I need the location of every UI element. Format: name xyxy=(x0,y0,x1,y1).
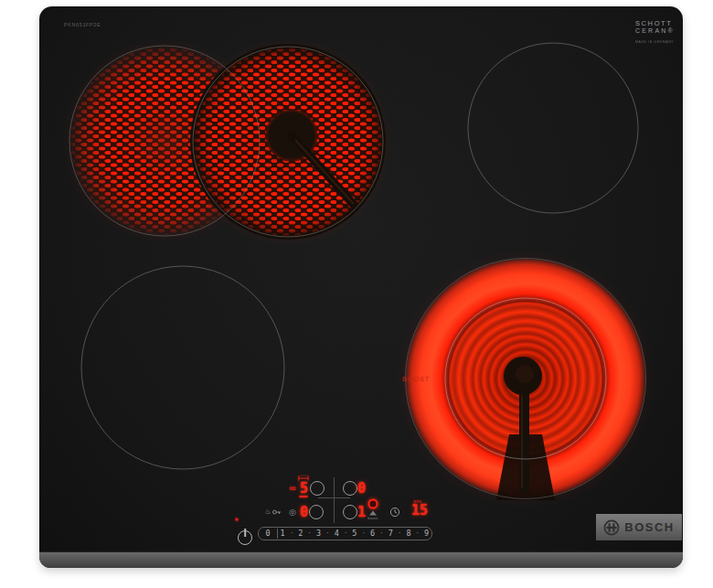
zone-divider-vertical xyxy=(334,477,335,523)
burner-front-left xyxy=(81,266,284,469)
bosch-wordmark: BOSCH xyxy=(624,520,674,534)
model-number: PKN651FP2E xyxy=(64,22,101,27)
slider-level[interactable]: 2 xyxy=(298,529,303,539)
slider-level[interactable]: 7 xyxy=(388,529,393,539)
clean-lock-flame-icon[interactable]: ♨ xyxy=(264,508,271,516)
back-left-level-display: 5 xyxy=(300,482,307,496)
boost-key-triangle-icon[interactable] xyxy=(369,511,377,516)
back-left-zone-select-key[interactable] xyxy=(310,481,325,496)
ring-select-key[interactable]: ◎ xyxy=(289,508,296,517)
slider-separator: · xyxy=(290,529,293,539)
slider-level[interactable]: 8 xyxy=(406,529,410,539)
slider-separator: · xyxy=(325,529,329,539)
zone-divider-horizontal xyxy=(318,497,350,498)
cooktop-surface: BOOST PKN651FP2E SCHOTT CERAN® MADE IN G… xyxy=(39,6,683,568)
front-left-zone-select-key[interactable] xyxy=(309,505,324,519)
slider-separator: · xyxy=(308,529,312,539)
glass-logo-subtext: MADE IN GERMANY xyxy=(635,40,675,44)
bosch-badge: BOSCH xyxy=(596,514,682,540)
back-right-level-display: 0 xyxy=(357,482,365,496)
front-right-level-display: 1 xyxy=(357,506,365,519)
power-level-slider[interactable]: 0 1 · 2 · 3 · 4 · 5 · 6 · 7 · 8 · 9 xyxy=(258,527,432,540)
front-left-level-display: 0 xyxy=(300,506,307,519)
power-button[interactable] xyxy=(238,530,252,545)
burner-back-right xyxy=(468,43,638,213)
boost-key-label: boost xyxy=(367,517,378,520)
slider-level[interactable]: 9 xyxy=(424,529,429,539)
slider-level[interactable]: 4 xyxy=(335,529,339,539)
slider-separator: · xyxy=(362,529,366,539)
slider-level[interactable]: 3 xyxy=(316,529,321,539)
front-bevel-edge xyxy=(39,551,683,568)
slider-level[interactable]: 6 xyxy=(370,529,375,539)
slider-level-0[interactable]: 0 xyxy=(259,529,278,539)
slider-levels[interactable]: 1 · 2 · 3 · 4 · 5 · 6 · 7 · 8 · 9 xyxy=(278,529,431,539)
back-left-level-underline xyxy=(300,496,308,497)
back-right-zone-select-key[interactable] xyxy=(343,481,357,496)
timer-display: 15 xyxy=(411,504,428,518)
schott-line: SCHOTT xyxy=(635,19,675,27)
slider-separator: · xyxy=(344,529,347,539)
slider-level[interactable]: 5 xyxy=(352,529,356,539)
control-panel: ∞ 5 0 ♨ ◎ 0 1 boost min 15 xyxy=(222,468,451,551)
boost-active-indicator xyxy=(368,499,378,509)
slider-separator: · xyxy=(398,529,401,539)
timer-clock-key[interactable] xyxy=(390,508,400,518)
schott-ceran-logo: SCHOTT CERAN® MADE IN GERMANY xyxy=(635,19,675,45)
slider-separator: · xyxy=(416,529,420,539)
burner-back-left-dual xyxy=(62,37,392,246)
slider-level[interactable]: 1 xyxy=(281,529,285,539)
ceran-line: CERAN® xyxy=(635,27,675,36)
boost-zone-print: BOOST xyxy=(402,375,430,383)
power-on-indicator xyxy=(236,519,239,521)
slider-separator: · xyxy=(379,529,383,539)
key-icon xyxy=(272,509,282,515)
bosch-armature-icon xyxy=(603,519,620,536)
dual-oval-zone-icon: ∞ xyxy=(289,484,295,493)
front-right-zone-select-key[interactable] xyxy=(343,505,357,519)
